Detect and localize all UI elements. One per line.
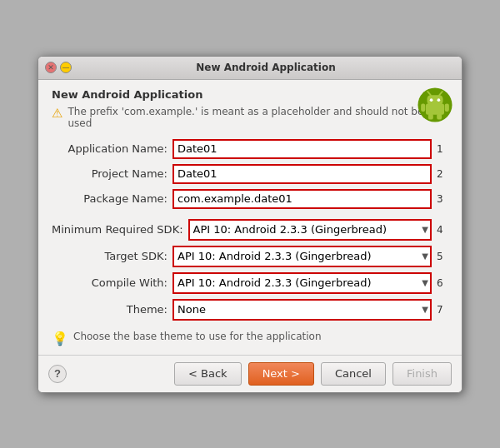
form-section: Application Name: 1 Project Name: 2 Pack… xyxy=(52,139,448,209)
project-name-row: Project Name: 2 xyxy=(52,164,448,184)
compile-select[interactable]: API 10: Android 2.3.3 (Gingerbread) API … xyxy=(172,272,432,294)
svg-rect-9 xyxy=(428,113,433,119)
svg-point-4 xyxy=(438,98,441,102)
hint-text: Choose the base theme to use for the app… xyxy=(73,331,322,342)
window-title: New Android Application xyxy=(77,62,455,73)
target-sdk-wrapper: API 10: Android 2.3.3 (Gingerbread) API … xyxy=(172,246,432,267)
sdk-section: Minimum Required SDK: API 10: Android 2.… xyxy=(52,219,448,321)
svg-rect-2 xyxy=(427,95,442,105)
min-sdk-wrapper: API 10: Android 2.3.3 (Gingerbread) API … xyxy=(188,219,432,241)
project-name-num: 2 xyxy=(437,168,448,180)
app-name-row: Application Name: 1 xyxy=(52,139,448,159)
finish-button[interactable]: Finish xyxy=(392,362,452,386)
target-sdk-row: Target SDK: API 10: Android 2.3.3 (Ginge… xyxy=(52,246,448,267)
compile-row: Compile With: API 10: Android 2.3.3 (Gin… xyxy=(52,272,448,294)
target-sdk-num: 5 xyxy=(437,251,448,262)
titlebar: ✕ — New Android Application xyxy=(38,57,462,80)
package-name-input[interactable] xyxy=(172,189,432,209)
footer-left: ? xyxy=(48,365,67,383)
target-sdk-select[interactable]: API 10: Android 2.3.3 (Gingerbread) API … xyxy=(172,246,432,267)
compile-num: 6 xyxy=(437,277,448,289)
min-sdk-row: Minimum Required SDK: API 10: Android 2.… xyxy=(52,219,448,241)
footer-right: < Back Next > Cancel Finish xyxy=(174,362,452,386)
theme-label: Theme: xyxy=(52,303,172,316)
window-controls: ✕ — xyxy=(45,62,72,73)
target-sdk-label: Target SDK: xyxy=(52,250,172,262)
svg-rect-7 xyxy=(421,103,425,112)
section-title: New Android Application xyxy=(52,88,448,101)
package-name-num: 3 xyxy=(437,193,448,205)
app-name-label: Application Name: xyxy=(52,142,172,155)
android-logo xyxy=(417,87,453,123)
back-button[interactable]: < Back xyxy=(174,362,242,386)
package-name-label: Package Name: xyxy=(52,192,172,205)
compile-label: Compile With: xyxy=(52,276,172,289)
footer: ? < Back Next > Cancel Finish xyxy=(38,355,462,392)
help-button[interactable]: ? xyxy=(48,365,67,383)
app-name-num: 1 xyxy=(437,143,448,155)
theme-num: 7 xyxy=(437,304,448,316)
project-name-label: Project Name: xyxy=(52,167,172,180)
warning-row: ⚠ The prefix 'com.example.' is meant as … xyxy=(52,106,448,129)
svg-rect-1 xyxy=(426,103,444,114)
min-sdk-select[interactable]: API 10: Android 2.3.3 (Gingerbread) API … xyxy=(188,219,432,241)
hint-row: 💡 Choose the base theme to use for the a… xyxy=(52,331,448,346)
compile-wrapper: API 10: Android 2.3.3 (Gingerbread) API … xyxy=(172,272,432,294)
min-sdk-label: Minimum Required SDK: xyxy=(52,223,188,236)
theme-row: Theme: None Holo Light with Dark Action … xyxy=(52,299,448,321)
theme-select[interactable]: None Holo Light with Dark Action Bar Hol… xyxy=(172,299,432,321)
main-window: ✕ — New Android Application xyxy=(38,56,462,393)
hint-icon: 💡 xyxy=(52,331,68,346)
theme-wrapper: None Holo Light with Dark Action Bar Hol… xyxy=(172,299,432,321)
project-name-input[interactable] xyxy=(172,164,432,184)
package-name-row: Package Name: 3 xyxy=(52,189,448,209)
close-button[interactable]: ✕ xyxy=(45,62,57,73)
next-button[interactable]: Next > xyxy=(248,362,314,386)
app-name-input[interactable] xyxy=(172,139,432,159)
warning-icon: ⚠ xyxy=(52,106,62,121)
min-sdk-num: 4 xyxy=(437,224,448,236)
svg-rect-10 xyxy=(437,113,442,119)
top-header: New Android Application ⚠ The prefix 'co… xyxy=(52,88,448,129)
minimize-button[interactable]: — xyxy=(60,62,72,73)
warning-text: The prefix 'com.example.' is meant as a … xyxy=(68,106,448,129)
content-area: New Android Application ⚠ The prefix 'co… xyxy=(38,80,462,355)
cancel-button[interactable]: Cancel xyxy=(321,362,386,386)
svg-point-3 xyxy=(430,98,433,102)
svg-rect-8 xyxy=(445,103,449,112)
